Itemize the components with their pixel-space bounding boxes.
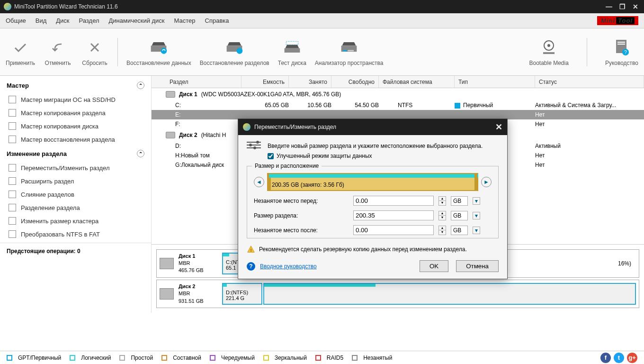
spinner[interactable]: ▴▾ [438, 226, 446, 235]
sidebar-item[interactable]: Изменить размер кластера [0, 214, 151, 228]
action-icon [9, 96, 16, 103]
svg-rect-4 [286, 41, 298, 45]
action-icon [9, 164, 16, 172]
svg-text:!: ! [250, 247, 252, 253]
help-link[interactable]: Вводное руководство [260, 263, 317, 270]
sidebar-item-label: Мастер миграции ОС на SSD/HD [21, 96, 116, 103]
disk-icon [160, 258, 174, 269]
close-button[interactable]: ✕ [631, 3, 640, 10]
unit-dropdown[interactable]: ▾ [473, 212, 480, 219]
legend-item: Простой [119, 355, 153, 361]
menu-help[interactable]: Справка [205, 17, 229, 24]
dialog-intro-text: Введите новый размер раздела и укажите м… [268, 142, 483, 151]
chevron-up-icon: ⌃ [137, 82, 144, 89]
unit-label: GB [451, 211, 468, 220]
legend-item: Зеркальный [263, 355, 307, 361]
move-right-button[interactable]: ► [481, 177, 492, 187]
minimize-button[interactable]: — [604, 3, 614, 10]
partition-row[interactable]: C:65.05 GB10.56 GB54.50 GBNTFSПервичныйА… [152, 100, 644, 110]
svg-point-10 [547, 44, 550, 47]
svg-rect-11 [543, 52, 555, 54]
maximize-button[interactable]: ❐ [617, 3, 627, 10]
sidebar-item[interactable]: Преобразовать NTFS в FAT [0, 228, 151, 241]
svg-rect-7 [343, 50, 347, 51]
dialog-titlebar[interactable]: Переместить/Изменить раздел ✕ [238, 119, 507, 135]
spinner[interactable]: ▴▾ [438, 196, 446, 206]
size-input[interactable] [353, 225, 434, 235]
partition-bar[interactable]: D:(NTFS)221.4 G [222, 283, 262, 305]
col-type[interactable]: Тип [455, 76, 535, 88]
pending-operations: Предстоящие операции: 0 [0, 243, 151, 259]
sidebar-item[interactable]: Мастер восстановления раздела [0, 133, 151, 146]
data-recovery-button[interactable]: Восстановление данных [126, 38, 191, 66]
legend-item: Составной [161, 355, 201, 361]
menu-disk[interactable]: Диск [56, 17, 69, 24]
size-input[interactable] [353, 210, 434, 220]
guide-button[interactable]: ?Руководство [605, 38, 638, 66]
col-capacity[interactable]: Емкость [242, 76, 289, 88]
col-partition[interactable]: Раздел [166, 76, 242, 88]
apply-button[interactable]: Применить [6, 38, 35, 66]
sidebar-item[interactable]: Переместить/Изменить раздел [0, 161, 151, 174]
partition-recovery-button[interactable]: Восстановление разделов [200, 38, 269, 66]
cancel-button[interactable]: Отмена [456, 260, 499, 272]
col-free[interactable]: Свободно [331, 76, 379, 88]
googleplus-icon[interactable]: g+ [627, 353, 637, 363]
sidebar-item-label: Мастер копирования диска [21, 123, 98, 130]
ok-button[interactable]: OK [420, 260, 448, 272]
fieldset-legend: Размер и расположение [252, 163, 322, 169]
field-label: Размер раздела: [254, 212, 349, 219]
sidebar-item[interactable]: Мастер копирования раздела [0, 106, 151, 119]
move-left-button[interactable]: ◄ [254, 177, 264, 187]
sliders-icon [247, 142, 261, 148]
resize-dialog: Переместить/Изменить раздел ✕ Введите но… [238, 118, 508, 279]
svg-point-3 [237, 47, 243, 54]
resize-handle-right[interactable] [474, 174, 477, 190]
legend-swatch [263, 355, 269, 361]
menu-view[interactable]: Вид [36, 17, 47, 24]
svg-point-1 [161, 47, 167, 54]
disk-row[interactable]: Диск 1 (WDC WD5003AZEX-00K1GA0 ATA, MBR,… [152, 88, 644, 100]
help-icon[interactable]: ? [247, 262, 255, 271]
action-icon [9, 204, 16, 211]
sidebar-item[interactable]: Мастер миграции ОС на SSD/HD [0, 93, 151, 106]
sidebar-group-header[interactable]: Мастер⌃ [0, 78, 151, 93]
menu-general[interactable]: Общие [6, 17, 26, 24]
bootable-media-button[interactable]: Bootable Media [529, 38, 568, 66]
sidebar-item[interactable]: Расширить раздел [0, 174, 151, 188]
dialog-title: Переместить/Изменить раздел [254, 124, 336, 130]
spinner[interactable]: ▴▾ [438, 211, 446, 220]
unit-dropdown[interactable]: ▾ [473, 197, 480, 205]
sidebar-item[interactable]: Мастер копирования диска [0, 119, 151, 133]
twitter-icon[interactable]: t [614, 353, 624, 363]
sidebar-group-header[interactable]: Изменение раздела⌃ [0, 146, 151, 161]
undo-button[interactable]: Отменить [44, 38, 72, 66]
partition-bar[interactable] [263, 283, 636, 305]
partition-size-bar[interactable]: 200.35 GB (занято: 3.56 Гб) [267, 173, 478, 191]
app-title: MiniTool Partition Wizard Technician 11.… [14, 3, 604, 10]
disk-icon [166, 91, 175, 98]
dialog-close-button[interactable]: ✕ [495, 122, 502, 132]
menu-dynamic[interactable]: Динамический диск [109, 17, 165, 24]
unit-dropdown[interactable]: ▾ [473, 227, 480, 234]
enhanced-protection-checkbox[interactable]: Улучшенный режим защиты данных [268, 153, 483, 159]
legend-swatch [352, 355, 358, 361]
col-filesystem[interactable]: Файловая система [379, 76, 455, 88]
sidebar: Мастер⌃Мастер миграции ОС на SSD/HDМасте… [0, 76, 152, 313]
sidebar-item[interactable]: Слияние разделов [0, 188, 151, 201]
sidebar-item-label: Переместить/Изменить раздел [21, 164, 109, 172]
discard-button[interactable]: Сбросить [80, 38, 109, 66]
unit-label: GB [451, 226, 468, 235]
space-analyzer-button[interactable]: Анализатор пространства [315, 38, 384, 66]
menu-wizard[interactable]: Мастер [174, 17, 196, 24]
sidebar-item[interactable]: Разделение раздела [0, 201, 151, 214]
menu-partition[interactable]: Раздел [79, 17, 99, 24]
col-used[interactable]: Занято [289, 76, 331, 88]
partition-row[interactable]: E:Нет [152, 110, 644, 119]
disk-test-button[interactable]: Тест диска [278, 38, 306, 66]
size-input[interactable] [353, 196, 434, 206]
col-status[interactable]: Статус [535, 76, 644, 88]
facebook-icon[interactable]: f [600, 353, 611, 363]
titlebar: MiniTool Partition Wizard Technician 11.… [0, 0, 644, 13]
disk-icon [166, 132, 175, 138]
